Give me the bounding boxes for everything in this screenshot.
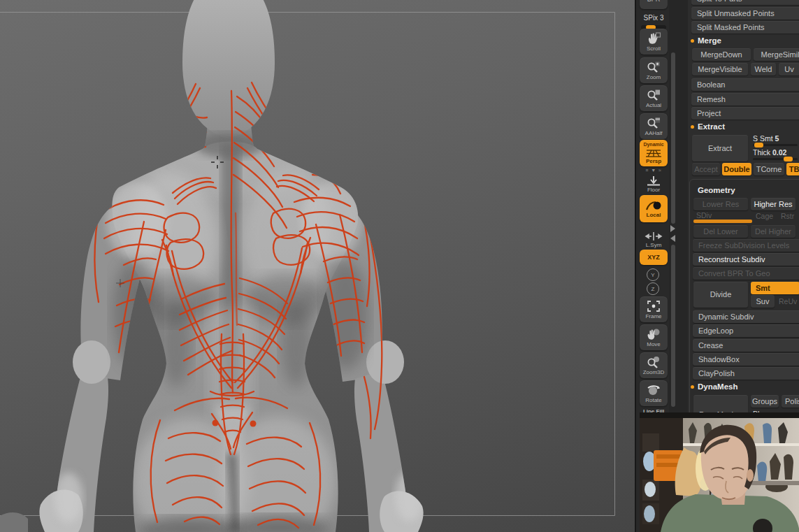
shadowbox-bar[interactable]: ShadowBox — [693, 353, 799, 366]
accept-button[interactable]: Accept — [692, 163, 720, 175]
webcam-video — [640, 412, 799, 532]
magnifier-plus-icon — [646, 60, 661, 74]
split-unmasked-button[interactable]: Split Unmasked Points — [691, 7, 799, 20]
magnifier-actual-icon — [646, 88, 661, 102]
sdiv-slider[interactable] — [693, 220, 752, 223]
presenter-webcam — [640, 412, 799, 532]
mini-toggle-glyphs[interactable]: ≡ ▼ ≈ — [636, 168, 671, 173]
boolean-section-bar[interactable]: Boolean — [691, 78, 799, 91]
zbrush-window: BPR SPix 3 Scroll Zoom — [0, 0, 799, 532]
geometry-title[interactable]: Geometry — [698, 185, 735, 195]
extract-button[interactable]: Extract — [692, 135, 748, 161]
dynamesh-section-dot — [691, 385, 694, 389]
claypolish-bar[interactable]: ClayPolish — [693, 367, 799, 380]
merge-visible-button[interactable]: MergeVisible — [692, 63, 748, 76]
symmetry-arrows-icon — [645, 231, 663, 242]
thick-slider[interactable] — [753, 158, 798, 160]
sculpt-viewport[interactable] — [0, 0, 635, 532]
s-smt-slider[interactable] — [753, 144, 798, 146]
bpr-button[interactable]: BPR — [640, 0, 668, 9]
magnifier-3d-icon — [646, 355, 661, 369]
extract-section-dot — [691, 125, 694, 129]
local-button[interactable]: Local — [640, 195, 668, 222]
floor-button[interactable]: Floor — [640, 175, 668, 193]
scroll-button[interactable]: Scroll — [640, 29, 668, 55]
scrollbar[interactable] — [671, 52, 675, 224]
crease-bar[interactable]: Crease — [693, 339, 799, 352]
freeze-subdivision-button[interactable]: Freeze SubDivision Levels — [693, 239, 799, 252]
project-section-bar[interactable]: Project — [691, 107, 799, 120]
frame-icon — [646, 299, 661, 313]
merge-similar-button[interactable]: MergeSimilar — [754, 48, 799, 61]
dynamic-subdiv-bar[interactable]: Dynamic Subdiv — [693, 310, 799, 323]
divide-button[interactable]: Divide — [693, 282, 748, 308]
actual-button[interactable]: Actual — [640, 85, 668, 111]
collapse-right-arrow[interactable] — [670, 225, 675, 232]
rstr-button[interactable]: Rstr — [781, 212, 794, 220]
tcorne-button[interactable]: TCorne — [754, 163, 784, 175]
perspective-grid-icon — [645, 148, 662, 158]
dynamesh-section-header[interactable]: DynaMesh — [698, 382, 738, 391]
convert-bpr-button[interactable]: Convert BPR To Geo — [693, 267, 799, 280]
rotate-button[interactable]: Rotate — [640, 380, 668, 406]
floor-arrow-icon — [645, 175, 662, 187]
move-button[interactable]: Move — [640, 324, 668, 350]
uv-button[interactable]: Uv — [779, 63, 799, 76]
scrollbar[interactable] — [671, 245, 675, 407]
spix-slider[interactable]: SPix 3 — [639, 10, 668, 29]
sdiv-slider-label: SDiv — [696, 211, 712, 220]
frame-button[interactable]: Frame — [640, 296, 668, 322]
aahalf-button[interactable]: AAHalf — [640, 113, 668, 139]
split-to-parts-button[interactable]: Split To Parts — [691, 0, 799, 5]
zoom3d-button[interactable]: Zoom3D — [640, 352, 668, 378]
reuv-button[interactable]: ReUv — [779, 297, 797, 305]
lower-res-button[interactable]: Lower Res — [693, 198, 748, 210]
merge-down-button[interactable]: MergeDown — [692, 48, 751, 61]
merge-section-header[interactable]: Merge — [698, 36, 721, 45]
remesh-section-bar[interactable]: Remesh — [691, 93, 799, 106]
z-rotate-icon[interactable]: Z — [647, 282, 659, 295]
groups-toggle[interactable]: Groups — [751, 395, 779, 408]
persp-button[interactable]: Dynamic Persp — [640, 140, 668, 166]
suv-toggle[interactable]: Suv — [751, 295, 775, 308]
thick-slider-label: Thick 0.02 — [753, 148, 786, 157]
collapse-left-arrow[interactable] — [670, 235, 675, 242]
rotate-sphere-icon — [646, 383, 661, 397]
double-button[interactable]: Double — [722, 163, 751, 175]
zoom-button[interactable]: Zoom — [640, 57, 668, 83]
del-lower-button[interactable]: Del Lower — [693, 225, 748, 238]
local-pivot-icon — [645, 199, 663, 212]
higher-res-button[interactable]: Higher Res — [751, 198, 796, 210]
tbord-button[interactable]: TBord — [786, 163, 799, 175]
y-rotate-icon[interactable]: Y — [647, 268, 659, 281]
move-hand-icon — [646, 327, 661, 341]
split-masked-button[interactable]: Split Masked Points — [691, 21, 799, 34]
lsym-button[interactable]: L.Sym — [640, 231, 668, 248]
edgeloop-bar[interactable]: EdgeLoop — [693, 324, 799, 337]
xyz-button[interactable]: XYZ — [640, 250, 668, 265]
polish-toggle[interactable]: Polish — [782, 395, 799, 408]
hand-scroll-icon — [646, 31, 661, 45]
merge-section-dot — [691, 39, 694, 43]
smt-toggle[interactable]: Smt — [751, 282, 799, 294]
cage-button[interactable]: Cage — [756, 212, 773, 220]
sculpt-figure — [0, 0, 635, 532]
del-higher-button[interactable]: Del Higher — [751, 225, 796, 238]
extract-section-header[interactable]: Extract — [698, 122, 725, 131]
reconstruct-subdiv-button[interactable]: Reconstruct Subdiv — [693, 253, 799, 266]
s-smt-slider-label: S Smt 5 — [753, 134, 779, 143]
weld-button[interactable]: Weld — [751, 63, 776, 76]
magnifier-half-icon — [646, 116, 661, 130]
